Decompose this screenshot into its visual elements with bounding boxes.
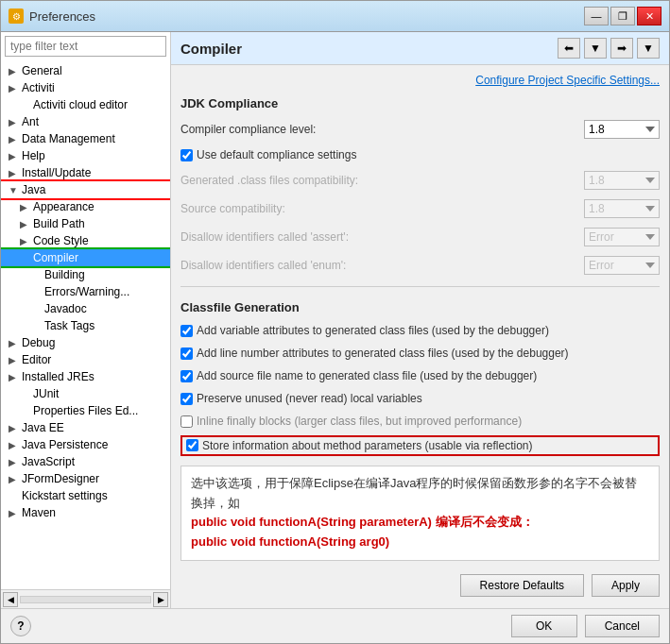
scroll-right-btn[interactable]: ▶: [153, 592, 168, 607]
sidebar-scrollbar[interactable]: ◀ ▶: [1, 589, 170, 608]
inline-finally-label: Inline finally blocks (larger class file…: [197, 415, 522, 428]
var-attrs-label: Add variable attributes to generated cla…: [197, 324, 549, 337]
sidebar-item-label: JFormDesigner: [22, 472, 99, 485]
sidebar-item-data-management[interactable]: ▶ Data Management: [1, 130, 170, 147]
apply-button[interactable]: Apply: [592, 574, 660, 597]
arrow-icon: ▶: [9, 66, 20, 76]
sidebar-item-code-style[interactable]: ▶ Code Style: [1, 232, 170, 249]
preserve-unused-row: Preserve unused (never read) local varia…: [180, 390, 660, 407]
source-name-label: Add source file name to generated class …: [197, 369, 537, 382]
disallow-assert-select: Error: [584, 228, 660, 246]
ok-button[interactable]: OK: [511, 615, 577, 637]
sidebar-item-installed-jres[interactable]: ▶ Installed JREs: [1, 368, 170, 385]
disallow-assert-label: Disallow identifiers called 'assert':: [180, 230, 349, 244]
store-info-label: Store information about method parameter…: [202, 439, 533, 452]
sidebar-item-kickstart[interactable]: Kickstart settings: [1, 487, 170, 504]
title-bar-controls: — ❐ ✕: [584, 7, 661, 25]
app-icon: ⚙: [9, 8, 24, 24]
forward-button[interactable]: ➡: [610, 38, 633, 59]
sidebar-item-build-path[interactable]: ▶ Build Path: [1, 215, 170, 232]
close-button[interactable]: ✕: [637, 7, 661, 25]
sidebar-item-label: Compiler: [33, 251, 78, 264]
line-attrs-checkbox[interactable]: [180, 347, 193, 360]
sidebar-item-label: General: [22, 64, 62, 77]
sidebar-item-label: Java: [22, 183, 45, 196]
sidebar-item-appearance[interactable]: ▶ Appearance: [1, 198, 170, 215]
arrow-icon: ▶: [9, 134, 20, 144]
config-project-link[interactable]: Configure Project Specific Settings...: [475, 74, 660, 87]
source-name-checkbox[interactable]: [180, 370, 193, 382]
sidebar-item-ant[interactable]: ▶ Ant: [1, 113, 170, 130]
title-bar: ⚙ Preferences — ❐ ✕: [1, 1, 669, 32]
apply-row: Restore Defaults Apply: [180, 570, 660, 601]
arrow-icon: ▶: [9, 83, 20, 93]
main-content: ▶ General ▶ Activiti Activiti cloud edit…: [1, 32, 669, 608]
sidebar-item-java-persistence[interactable]: ▶ Java Persistence: [1, 436, 170, 453]
sidebar-item-debug[interactable]: ▶ Debug: [1, 334, 170, 351]
compliance-level-select[interactable]: 1.8 1.7 11: [584, 120, 660, 139]
sidebar-item-label: Building: [44, 268, 85, 281]
scroll-left-btn[interactable]: ◀: [3, 592, 18, 607]
sidebar-item-compiler[interactable]: Compiler: [1, 249, 170, 266]
arrow-icon: ▶: [9, 117, 20, 127]
arrow-icon: ▶: [9, 372, 20, 382]
cancel-button[interactable]: Cancel: [585, 615, 660, 637]
filter-input[interactable]: [5, 36, 166, 57]
var-attrs-row: Add variable attributes to generated cla…: [180, 322, 660, 339]
sidebar-item-junit[interactable]: JUnit: [1, 385, 170, 402]
sidebar-item-maven[interactable]: ▶ Maven: [1, 504, 170, 521]
annotation-line1: 选中该选项，用于保障Eclipse在编译Java程序的时候保留函数形参的名字不会…: [191, 476, 637, 510]
source-compat-select: 1.8: [584, 199, 660, 218]
sidebar-item-label: Activiti: [22, 81, 55, 94]
jdk-section-header: JDK Compliance: [180, 96, 660, 110]
var-attrs-checkbox[interactable]: [180, 325, 193, 337]
back-button[interactable]: ⬅: [558, 38, 580, 59]
restore-button[interactable]: ❐: [610, 7, 635, 25]
dropdown2-btn[interactable]: ▼: [637, 38, 660, 59]
sidebar-item-errors-warnings[interactable]: Errors/Warning...: [1, 283, 170, 300]
sidebar-item-java-ee[interactable]: ▶ Java EE: [1, 419, 170, 436]
source-compat-label: Source compatibility:: [180, 202, 285, 215]
window-title: Preferences: [29, 9, 95, 24]
arrow-icon: ▶: [20, 219, 31, 229]
preserve-unused-checkbox[interactable]: [180, 393, 193, 405]
compliance-level-row: Compiler compliance level: 1.8 1.7 11: [180, 118, 660, 141]
sidebar-item-activiti-cloud[interactable]: Activiti cloud editor: [1, 96, 170, 113]
minimize-button[interactable]: —: [584, 7, 609, 25]
annotation-text: 选中该选项，用于保障Eclipse在编译Java程序的时候保留函数形参的名字不会…: [191, 474, 649, 552]
store-info-checkbox[interactable]: [186, 439, 198, 451]
inline-finally-checkbox[interactable]: [180, 415, 193, 428]
sidebar-item-task-tags[interactable]: Task Tags: [1, 317, 170, 334]
help-button[interactable]: ?: [10, 616, 31, 636]
generated-class-row: Generated .class files compatibility: 1.…: [180, 169, 660, 192]
sidebar-item-javascript[interactable]: ▶ JavaScript: [1, 453, 170, 470]
main-title: Compiler: [180, 41, 242, 57]
sidebar-item-install-update[interactable]: ▶ Install/Update: [1, 164, 170, 181]
arrow-icon: ▶: [9, 168, 20, 178]
generated-class-label: Generated .class files compatibility:: [180, 174, 358, 187]
footer-left: ?: [10, 616, 31, 636]
sidebar-item-label: Kickstart settings: [22, 489, 108, 502]
sidebar-item-general[interactable]: ▶ General: [1, 62, 170, 79]
use-default-checkbox[interactable]: [180, 149, 193, 161]
sidebar-item-label: JUnit: [33, 387, 59, 400]
disallow-enum-row: Disallow identifiers called 'enum': Erro…: [180, 254, 660, 277]
sidebar-item-javadoc[interactable]: Javadoc: [1, 300, 170, 317]
main-header: Compiler ⬅ ▼ ➡ ▼: [171, 32, 669, 65]
use-default-label: Use default compliance settings: [197, 148, 356, 161]
arrow-icon: ▶: [9, 474, 20, 484]
sidebar-item-label: Data Management: [22, 132, 115, 145]
arrow-icon: ▶: [9, 508, 20, 518]
sidebar-item-properties-files[interactable]: Properties Files Ed...: [1, 402, 170, 419]
sidebar-item-building[interactable]: Building: [1, 266, 170, 283]
arrow-icon: ▶: [9, 423, 20, 433]
sidebar-item-java[interactable]: ▼ Java: [1, 181, 170, 198]
sidebar-item-help[interactable]: ▶ Help: [1, 147, 170, 164]
sidebar-item-label: Java EE: [22, 421, 64, 434]
restore-defaults-button[interactable]: Restore Defaults: [460, 574, 584, 597]
dropdown-btn[interactable]: ▼: [584, 38, 607, 59]
sidebar-item-jformdesigner[interactable]: ▶ JFormDesigner: [1, 470, 170, 487]
sidebar-item-editor[interactable]: ▶ Editor: [1, 351, 170, 368]
sidebar-item-activiti[interactable]: ▶ Activiti: [1, 79, 170, 96]
arrow-icon: ▶: [9, 151, 20, 161]
